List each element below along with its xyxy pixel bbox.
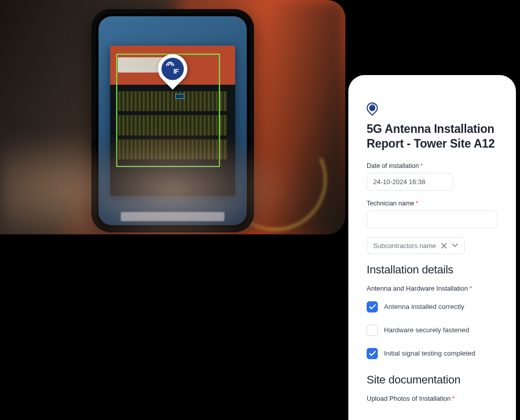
date-input[interactable] [367,173,453,191]
checkbox-antenna-installed[interactable]: Antenna installed correctly [367,301,498,312]
technician-input[interactable] [367,211,498,228]
subcontractor-chip-label: Subcontractors name [373,242,436,250]
checkbox-label: Initial signal testing completed [384,349,475,357]
pin-inner: IF [161,58,184,80]
upload-photos-label-text: Upload Photos of Installation [367,395,451,402]
pin-logo-text: IF [173,67,179,75]
background-photo: IF [0,0,345,234]
checkbox-signal-testing[interactable]: Initial signal testing completed [367,348,498,359]
checkbox-icon [367,348,378,359]
checkbox-label: Antenna installed correctly [384,303,464,310]
section-site-documentation: Site documentation [367,373,498,387]
field-technician: Technician name* [367,200,498,228]
brand-pin-icon [367,102,379,117]
field-date: Date of installation* [367,162,498,191]
field-subcontractor: Subcontractors name [367,237,498,254]
section-installation-details: Installation details [367,263,498,276]
technician-label-text: Technician name [367,200,414,207]
close-icon[interactable] [441,243,447,249]
ar-map-pin: IF [158,54,187,91]
chevron-down-icon[interactable] [452,243,458,248]
date-label: Date of installation* [367,162,498,169]
phone-bottom-bar [121,212,224,221]
form-card: 5G Antenna Installation Report - Tower S… [348,75,516,420]
subcontractor-select[interactable]: Subcontractors name [367,237,465,254]
hardware-install-label: Antenna and Hardware Installation* [367,285,498,292]
upload-photos-label: Upload Photos of Installation* [367,395,498,402]
checkbox-icon [367,325,378,336]
checkbox-hardware-fastened[interactable]: Hardware securely fastened [367,325,498,336]
checkbox-icon [367,301,378,312]
required-asterisk: * [420,162,423,169]
required-asterisk: * [452,395,455,402]
phone-screen: IF [99,16,247,225]
required-asterisk: * [469,285,472,292]
date-label-text: Date of installation [367,162,419,169]
required-asterisk: * [416,200,418,207]
phone-device: IF [91,9,254,232]
hardware-install-label-text: Antenna and Hardware Installation [367,285,468,292]
checkbox-label: Hardware securely fastened [384,326,469,334]
form-title: 5G Antenna Installation Report - Tower S… [367,122,498,151]
technician-label: Technician name* [367,200,498,207]
